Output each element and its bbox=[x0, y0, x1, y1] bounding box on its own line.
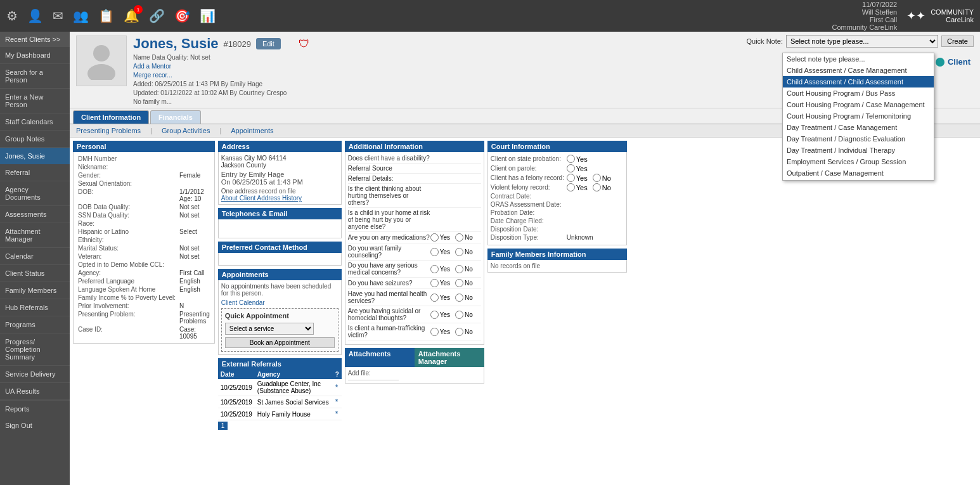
medical-no[interactable]: No bbox=[455, 265, 473, 273]
tab-client-information[interactable]: Client Information bbox=[73, 110, 149, 124]
address-history-link[interactable]: About Client Address History bbox=[221, 195, 338, 202]
dropdown-item[interactable]: Child Assessment / Case Management bbox=[783, 65, 934, 76]
felony-no[interactable]: No bbox=[593, 174, 611, 182]
tab-financials[interactable]: Financials bbox=[150, 110, 201, 124]
subnav-appointments[interactable]: Appointments bbox=[231, 127, 273, 134]
trafficking-yes[interactable]: Yes bbox=[430, 328, 450, 336]
medications-yes[interactable]: Yes bbox=[430, 233, 450, 242]
create-note-button[interactable]: Create bbox=[941, 36, 974, 47]
sidebar-item-attachment[interactable]: Attachment Manager bbox=[0, 223, 70, 248]
ext-ref-star-3[interactable]: * bbox=[333, 408, 342, 420]
dropdown-item[interactable]: Child Assessment / Child Assessment bbox=[783, 76, 934, 87]
preferred-lang-label: Preferred Language bbox=[76, 277, 177, 285]
sidebar-item-hub-referrals[interactable]: Hub Referrals bbox=[0, 299, 70, 316]
sidebar-item-calendars[interactable]: Staff Calendars bbox=[0, 113, 70, 131]
court-charge-filed-label: Date Charge Filed: bbox=[491, 217, 567, 224]
felony-yes[interactable]: Yes bbox=[567, 174, 588, 182]
dropdown-item[interactable]: Court Housing Program / Bus Pass bbox=[783, 87, 934, 99]
person-icon[interactable]: 👤 bbox=[27, 8, 43, 23]
mail-icon[interactable]: ✉ bbox=[53, 8, 63, 23]
parole-yes[interactable]: Yes bbox=[567, 164, 588, 172]
dropdown-item[interactable]: Outpatient / Case Management bbox=[783, 167, 934, 179]
medications-no[interactable]: No bbox=[455, 233, 473, 242]
probation-yes[interactable]: Yes bbox=[567, 155, 588, 163]
sidebar-item-client-status[interactable]: Client Status bbox=[0, 265, 70, 282]
dropdown-item[interactable]: Select note type please... bbox=[783, 53, 934, 65]
mental-no[interactable]: No bbox=[455, 294, 473, 302]
dropdown-item[interactable]: Court Housing Program / Case Management bbox=[783, 99, 934, 110]
calendar-people-icon[interactable]: 👥 bbox=[73, 8, 89, 23]
sidebar-item-ua-results[interactable]: UA Results bbox=[0, 383, 70, 400]
ai-medical-concerns-row: Do you have any serious medical concerns… bbox=[348, 262, 481, 278]
chart-icon[interactable]: 📊 bbox=[200, 8, 216, 23]
subnav-presenting-problems[interactable]: Presenting Problems bbox=[76, 127, 141, 134]
dropdown-item[interactable]: Day Treatment / Individual Therapy bbox=[783, 145, 934, 156]
subnav-group-activities[interactable]: Group Activities bbox=[162, 127, 210, 134]
court-oras-label: ORAS Assessment Date: bbox=[491, 201, 567, 208]
seizures-yes[interactable]: Yes bbox=[430, 279, 450, 287]
checklist-icon[interactable]: 📋 bbox=[98, 8, 114, 23]
medical-yes[interactable]: Yes bbox=[430, 265, 450, 273]
trafficking-no[interactable]: No bbox=[455, 328, 473, 336]
merge-record[interactable]: Merge recor... bbox=[133, 72, 310, 79]
dropdown-item[interactable]: Day Treatment / Diagnostic Evaluation bbox=[783, 133, 934, 145]
court-disposition-type-label: Disposition Type: bbox=[491, 234, 567, 241]
main-content: Quick Note: Select note type please...Ch… bbox=[70, 32, 980, 485]
address-section-body: Kansas City MO 64114 Jackson County Entr… bbox=[218, 152, 342, 205]
mental-yes[interactable]: Yes bbox=[430, 294, 450, 302]
agency-value: First Call bbox=[177, 269, 212, 277]
telephones-section-title: Telephones & Email bbox=[218, 208, 342, 219]
ai-medical-concerns-radios: Yes No bbox=[430, 265, 481, 273]
dropdown-item[interactable]: Day Treatment / Case Management bbox=[783, 122, 934, 133]
sidebar-item-reports[interactable]: Reports bbox=[0, 400, 70, 417]
sidebar-item-service-delivery[interactable]: Service Delivery bbox=[0, 366, 70, 383]
notification-icon[interactable]: 🔔1 bbox=[124, 8, 139, 23]
sidebar-item-group-notes[interactable]: Group Notes bbox=[0, 131, 70, 148]
add-mentor[interactable]: Add a Mentor bbox=[133, 63, 310, 70]
sidebar-item-progress[interactable]: Progress/ Completion Summary bbox=[0, 333, 70, 366]
ai-mental-health-row: Have you had mental health services? Yes… bbox=[348, 290, 481, 306]
dob-label: DOB: bbox=[76, 188, 177, 203]
ext-ref-star-1[interactable]: * bbox=[333, 379, 342, 396]
sidebar-item-assessments[interactable]: Assessments bbox=[0, 206, 70, 223]
table-row: 10/25/2019 Holy Family House * bbox=[218, 408, 342, 420]
sidebar-item-new-person[interactable]: Enter a New Person bbox=[0, 89, 70, 113]
ai-seizures-radios: Yes No bbox=[430, 279, 481, 287]
suicidal-yes[interactable]: Yes bbox=[430, 311, 450, 319]
sidebar-item-referral[interactable]: Referral bbox=[0, 164, 70, 181]
dropdown-item[interactable]: Outpatient / Diagnostic Evaluation bbox=[783, 179, 934, 180]
violent-no[interactable]: No bbox=[593, 183, 611, 191]
edit-client-button[interactable]: Edit bbox=[256, 38, 281, 49]
recent-clients[interactable]: Recent Clients >> bbox=[0, 32, 70, 47]
violent-yes[interactable]: Yes bbox=[567, 183, 588, 191]
book-appointment-button[interactable]: Book an Appointment bbox=[225, 337, 335, 348]
dropdown-item[interactable]: Court Housing Program / Telemonitoring bbox=[783, 110, 934, 122]
sidebar-item-family[interactable]: Family Members bbox=[0, 282, 70, 299]
court-charge-filed-row: Date Charge Filed: bbox=[491, 217, 624, 224]
service-select[interactable]: Select a service bbox=[225, 323, 314, 335]
sidebar-item-programs[interactable]: Programs bbox=[0, 316, 70, 333]
marital-row: Marital Status: Not set bbox=[76, 244, 212, 252]
court-probation-date-label: Probation Date: bbox=[491, 209, 567, 216]
body-grid: Personal DMH Number Nickname: Gender: Fe… bbox=[70, 138, 980, 485]
sidebar-item-search[interactable]: Search for a Person bbox=[0, 64, 70, 89]
sidebar-item-dashboard[interactable]: My Dashboard bbox=[0, 47, 70, 64]
sidebar-item-jones-susie[interactable]: Jones, Susie bbox=[0, 148, 70, 164]
share-icon[interactable]: 🔗 bbox=[149, 8, 165, 23]
sidebar-item-agency-docs[interactable]: Agency Documents bbox=[0, 181, 70, 206]
client-indicator-label: Client bbox=[948, 57, 970, 67]
counseling-yes[interactable]: Yes bbox=[430, 248, 450, 256]
settings-icon[interactable]: ⚙ bbox=[6, 8, 18, 23]
sidebar-item-calendar[interactable]: Calendar bbox=[0, 248, 70, 265]
counseling-no[interactable]: No bbox=[455, 248, 473, 256]
quick-note-select[interactable]: Select note type please...Child Assessme… bbox=[786, 35, 938, 48]
gauge-icon[interactable]: 🎯 bbox=[174, 8, 190, 23]
client-calendar-link[interactable]: Client Calendar bbox=[221, 299, 338, 306]
address-section-title: Address bbox=[218, 141, 342, 152]
sidebar-item-sign-out[interactable]: Sign Out bbox=[0, 417, 70, 434]
ext-ref-star-2[interactable]: * bbox=[333, 396, 342, 408]
dropdown-item[interactable]: Employment Services / Group Session bbox=[783, 156, 934, 167]
suicidal-no[interactable]: No bbox=[455, 311, 473, 319]
ai-referral-details-label: Referral Details: bbox=[348, 175, 430, 182]
seizures-no[interactable]: No bbox=[455, 279, 473, 287]
